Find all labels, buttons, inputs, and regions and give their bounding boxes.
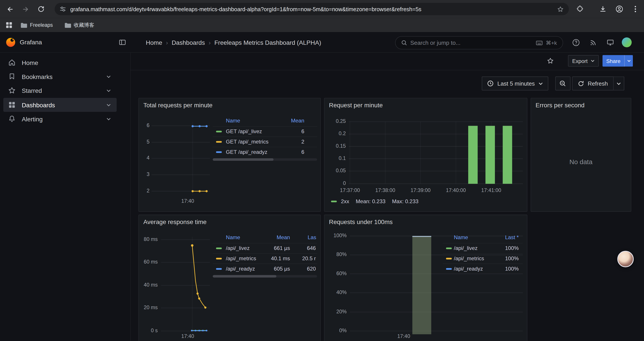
legend-mean: 6: [278, 128, 304, 135]
back-icon[interactable]: [3, 3, 16, 16]
chevron-down-icon[interactable]: [106, 89, 111, 92]
legend-row[interactable]: GET /api/_metrics 2: [213, 137, 317, 147]
panel-errors-per-second[interactable]: Errors per second No data: [531, 98, 631, 212]
sidebar: Home Bookmarks Starred Dashboards Alerti…: [0, 53, 131, 341]
legend-series-label[interactable]: 2xx: [341, 198, 349, 204]
series-color-dash: [216, 247, 222, 249]
dock-menu-icon[interactable]: [116, 37, 128, 48]
news-rss-icon[interactable]: [587, 37, 599, 48]
sidebar-item-home[interactable]: Home: [3, 56, 116, 70]
panel-total-requests-per-minute[interactable]: Total requests per minute 6 5 4 3 2 17:4…: [138, 98, 321, 212]
x-tick: 17:40: [175, 333, 200, 339]
y-tick: 40%: [326, 289, 347, 295]
share-dropdown-button[interactable]: [624, 55, 633, 67]
legend-row[interactable]: GET /api/_livez 6: [213, 126, 317, 137]
breadcrumb: Home › Dashboards › Freeleaps Metrics Da…: [146, 32, 321, 53]
legend-name[interactable]: /api/_livez: [454, 245, 478, 251]
legend-name[interactable]: /api/_metrics: [226, 255, 256, 261]
sidebar-item-alerting[interactable]: Alerting: [3, 112, 116, 126]
legend-col-mean[interactable]: Mean: [277, 118, 304, 124]
time-range-picker[interactable]: Last 5 minutes: [482, 77, 548, 91]
chevron-down-icon[interactable]: [106, 103, 111, 106]
favorite-star-icon[interactable]: [545, 55, 556, 67]
panel-title[interactable]: Errors per second: [536, 102, 584, 109]
zoom-out-button[interactable]: [555, 77, 570, 91]
legend-row[interactable]: /api/_readyz 605 µs 620: [213, 263, 317, 274]
address-bar[interactable]: [54, 3, 569, 15]
legend-row[interactable]: /api/_metrics 40.1 ms 20.5 r: [213, 253, 317, 263]
breadcrumb-dashboards[interactable]: Dashboards: [172, 39, 205, 46]
panel-average-response-time[interactable]: Average response time 80 ms 60 ms 40 ms …: [138, 215, 321, 341]
search-box[interactable]: ⌘+k: [395, 36, 563, 49]
line-chart: [139, 215, 321, 341]
legend-name[interactable]: GET /api/_readyz: [226, 149, 268, 155]
downloads-icon[interactable]: [596, 3, 610, 16]
extensions-icon[interactable]: [574, 3, 586, 16]
url-input[interactable]: [70, 6, 553, 12]
forward-icon[interactable]: [19, 3, 32, 16]
legend-row[interactable]: /api/_livez 100%: [443, 243, 523, 253]
legend-name[interactable]: /api/_readyz: [226, 265, 255, 272]
breadcrumb-home[interactable]: Home: [146, 39, 162, 46]
legend-col-last[interactable]: Las: [308, 234, 316, 240]
keyboard-icon: [536, 41, 542, 45]
scrollbar-thumb[interactable]: [213, 275, 276, 278]
legend-scrollbar[interactable]: [213, 158, 317, 161]
reload-icon[interactable]: [34, 3, 48, 16]
legend-name[interactable]: /api/_metrics: [454, 255, 484, 261]
legend-col-mean[interactable]: Mean: [265, 234, 290, 240]
export-button[interactable]: Export: [568, 55, 599, 67]
refresh-button[interactable]: Refresh: [572, 77, 614, 91]
bookmark-item[interactable]: 收藏博客: [61, 20, 98, 30]
legend-row[interactable]: /api/_readyz 100%: [443, 263, 523, 274]
bookmark-label: Freeleaps: [30, 22, 53, 28]
legend-name[interactable]: /api/_readyz: [454, 265, 483, 272]
scrollbar-thumb[interactable]: [213, 158, 274, 161]
sidebar-item-starred[interactable]: Starred: [3, 83, 116, 97]
legend-scrollbar[interactable]: [213, 275, 317, 278]
sidebar-item-dashboards[interactable]: Dashboards: [3, 98, 116, 112]
sidebar-item-bookmarks[interactable]: Bookmarks: [3, 70, 116, 84]
legend-row[interactable]: /api/_metrics 100%: [443, 253, 523, 263]
user-avatar[interactable]: [622, 38, 632, 47]
legend-name[interactable]: GET /api/_metrics: [226, 138, 268, 145]
legend-col-name[interactable]: Name: [454, 234, 468, 240]
legend-col-last[interactable]: Last *: [490, 234, 518, 240]
grafana-logo[interactable]: [5, 37, 16, 48]
legend-col-name[interactable]: Name: [226, 234, 240, 240]
panel-requests-under-100ms[interactable]: Requests under 100ms 100% 80% 60% 40% 20…: [324, 215, 527, 341]
y-tick: 80%: [326, 252, 347, 257]
screen-icon[interactable]: [604, 37, 616, 48]
legend-name[interactable]: GET /api/_livez: [226, 128, 262, 135]
chevron-down-icon[interactable]: [106, 75, 111, 78]
panel-request-per-minute[interactable]: Request per minute 0.25 0.2 0.15 0.1 0.0…: [324, 98, 527, 212]
y-tick: 0 s: [141, 327, 158, 333]
menu-kebab-icon[interactable]: [629, 3, 642, 16]
y-tick: 3: [142, 171, 150, 177]
profile-icon[interactable]: [613, 3, 626, 16]
refresh-interval-dropdown[interactable]: [614, 77, 624, 91]
folder-icon: [64, 22, 71, 28]
apps-grid-icon[interactable]: [6, 22, 12, 28]
assistant-avatar-overlay[interactable]: [617, 251, 634, 267]
help-icon[interactable]: [570, 37, 582, 48]
legend-last: 20.5 r: [296, 255, 316, 261]
bookmark-star-icon[interactable]: [557, 6, 564, 13]
search-icon: [401, 40, 407, 46]
legend-row[interactable]: /api/_livez 661 µs 646: [213, 243, 317, 253]
x-tick: 17:40:00: [442, 187, 470, 193]
legend-max-stat: Max: 0.233: [392, 198, 418, 204]
search-input[interactable]: [410, 40, 533, 46]
refresh-icon: [578, 80, 584, 87]
legend-name[interactable]: /api/_livez: [226, 245, 250, 251]
legend-row[interactable]: GET /api/_readyz 6: [213, 147, 317, 157]
series-color-dash: [216, 141, 222, 143]
legend-col-name[interactable]: Name: [226, 118, 240, 124]
refresh-button-group: Refresh: [572, 77, 624, 91]
legend-last: 100%: [490, 265, 518, 272]
chevron-down-icon[interactable]: [106, 117, 111, 120]
bookmark-item[interactable]: Freeleaps: [17, 21, 56, 30]
series-color-dash: [216, 268, 222, 270]
site-settings-icon[interactable]: [60, 6, 66, 12]
share-button[interactable]: Share: [602, 55, 624, 67]
